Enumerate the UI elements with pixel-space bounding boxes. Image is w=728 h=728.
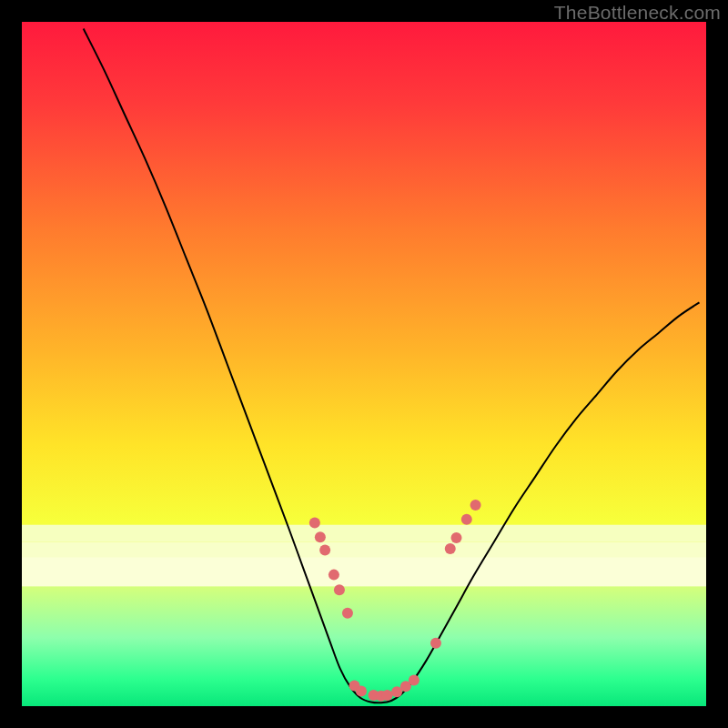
marker-dot (451, 532, 462, 543)
marker-dot (315, 531, 326, 542)
marker-dot (382, 690, 393, 701)
marker-dot (334, 584, 345, 595)
marker-dot (319, 545, 330, 556)
marker-dot (309, 517, 320, 528)
marker-dot (356, 685, 367, 696)
bottleneck-chart (22, 22, 706, 706)
svg-rect-2 (22, 557, 706, 586)
marker-dot (329, 570, 339, 581)
marker-dot (470, 500, 481, 511)
marker-dot (445, 543, 456, 554)
chart-background (22, 22, 706, 706)
marker-dot (342, 608, 353, 619)
marker-dot (461, 514, 472, 525)
chart-frame (22, 22, 706, 706)
watermark-text: TheBottleneck.com (554, 2, 721, 24)
svg-rect-0 (22, 525, 706, 542)
marker-dot (409, 674, 420, 685)
marker-dot (430, 638, 441, 649)
svg-rect-1 (22, 542, 706, 558)
bottom-bands (22, 525, 706, 587)
